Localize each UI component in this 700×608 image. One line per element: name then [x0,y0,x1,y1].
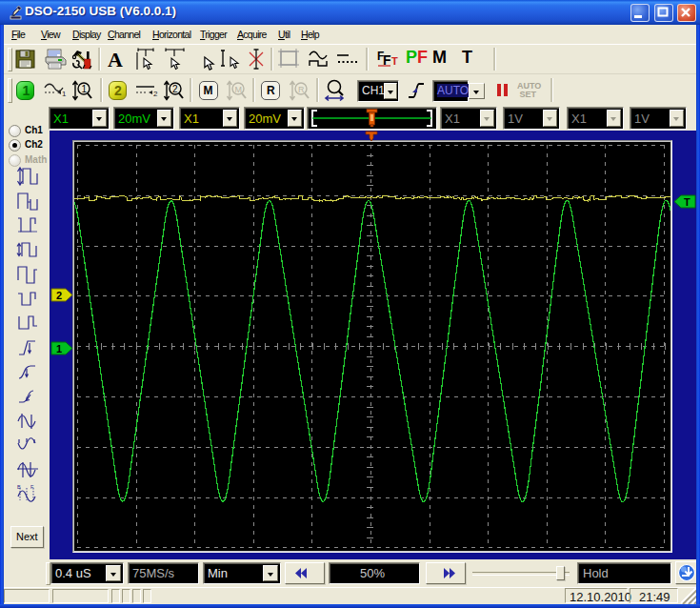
svg-text:T: T [391,55,398,67]
svg-text:1: 1 [82,84,88,94]
svg-text:M: M [235,85,243,94]
svg-text:2: 2 [172,84,178,94]
svg-text:1: 1 [56,343,62,355]
svg-text:T: T [684,196,690,208]
svg-text:R: R [298,85,305,94]
svg-text:2: 2 [56,290,62,301]
svg-text:1: 1 [62,90,67,98]
svg-text:2: 2 [153,90,158,98]
svg-text:B: B [17,484,21,490]
